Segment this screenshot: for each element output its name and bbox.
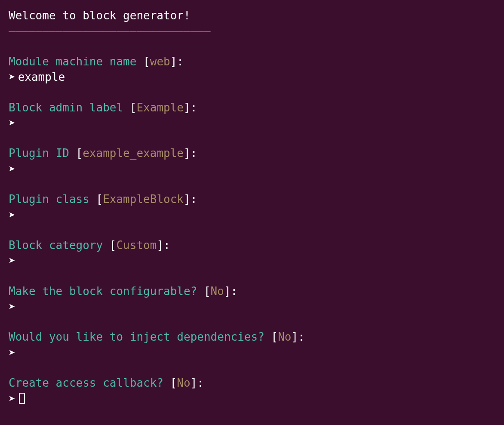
colon: :: [231, 285, 238, 298]
colon: :: [197, 376, 204, 389]
prompt-label: Plugin ID: [9, 147, 69, 160]
bracket-open: [: [143, 55, 150, 68]
bracket-open: [: [96, 193, 103, 206]
colon: :: [163, 239, 170, 252]
default-value: ExampleBlock: [103, 193, 184, 206]
bracket-close: ]: [291, 330, 298, 343]
prompt-block-admin-label: Block admin label [Example]: ➤: [9, 100, 495, 131]
bracket-open: [: [130, 101, 137, 114]
prompt-arrow-icon: ➤: [9, 299, 15, 314]
prompt-question-line: Plugin class [ExampleBlock]:: [9, 191, 495, 207]
bracket-close: ]: [184, 193, 191, 206]
prompt-question-line: Block category [Custom]:: [9, 237, 495, 253]
prompt-question-line: Block admin label [Example]:: [9, 100, 495, 115]
welcome-text: Welcome to block generator!: [9, 9, 191, 22]
prompt-arrow-icon: ➤: [9, 115, 15, 131]
prompt-question-line: Would you like to inject dependencies? […: [9, 329, 495, 345]
default-value: example_example: [83, 147, 184, 160]
bracket-open: [: [271, 330, 278, 343]
bracket-open: [: [204, 285, 211, 298]
default-value: Example: [136, 101, 184, 114]
terminal-cursor: [19, 393, 25, 404]
colon: :: [191, 101, 197, 114]
bracket-open: [: [110, 239, 117, 252]
header-underline: ––––––––––––––––––––––––––––––: [9, 23, 495, 39]
prompt-plugin-class: Plugin class [ExampleBlock]: ➤: [9, 191, 495, 223]
answer-line[interactable]: ➤: [9, 253, 495, 268]
default-value: Custom: [116, 239, 157, 252]
terminal-header: Welcome to block generator!: [9, 8, 495, 23]
prompt-arrow-icon: ➤: [9, 207, 15, 223]
bracket-close: ]: [184, 147, 191, 160]
prompt-question-line: Plugin ID [example_example]:: [9, 145, 495, 161]
answer-line[interactable]: ➤: [9, 161, 495, 177]
prompt-arrow-icon: ➤: [9, 253, 15, 268]
prompt-label: Plugin class: [9, 193, 89, 206]
colon: :: [191, 193, 197, 206]
prompt-block-category: Block category [Custom]: ➤: [9, 237, 495, 269]
default-value: No: [177, 376, 190, 389]
prompt-label: Block category: [9, 239, 103, 252]
default-value: No: [211, 285, 224, 298]
prompt-question-line: Make the block configurable? [No]:: [9, 283, 495, 299]
prompt-configurable: Make the block configurable? [No]: ➤: [9, 283, 495, 315]
prompt-question-line: Module machine name [web]:: [9, 54, 495, 69]
prompt-arrow-icon: ➤: [9, 345, 15, 360]
prompt-inject-dependencies: Would you like to inject dependencies? […: [9, 329, 495, 360]
prompt-access-callback: Create access callback? [No]: ➤: [9, 375, 495, 407]
prompt-module-machine-name: Module machine name [web]: ➤example: [9, 54, 495, 85]
answer-line[interactable]: ➤: [9, 299, 495, 314]
prompt-arrow-icon: ➤: [9, 161, 15, 177]
prompt-arrow-icon: ➤: [9, 391, 15, 407]
prompt-label: Would you like to inject dependencies?: [9, 330, 264, 343]
prompt-label: Block admin label: [9, 101, 123, 114]
prompt-label: Module machine name: [9, 55, 136, 68]
prompt-arrow-icon: ➤: [9, 69, 15, 85]
bracket-close: ]: [191, 376, 197, 389]
bracket-close: ]: [157, 239, 163, 252]
answer-line[interactable]: ➤: [9, 391, 495, 407]
answer-line[interactable]: ➤: [9, 207, 495, 223]
colon: :: [191, 147, 197, 160]
bracket-close: ]: [170, 55, 177, 68]
bracket-open: [: [170, 376, 177, 389]
default-value: No: [278, 330, 291, 343]
default-value: web: [150, 55, 170, 68]
prompt-label: Make the block configurable?: [9, 285, 197, 298]
user-input: example: [18, 69, 65, 85]
prompt-plugin-id: Plugin ID [example_example]: ➤: [9, 145, 495, 177]
colon: :: [177, 55, 184, 68]
bracket-open: [: [76, 147, 83, 160]
prompt-question-line: Create access callback? [No]:: [9, 375, 495, 391]
answer-line[interactable]: ➤: [9, 115, 495, 131]
bracket-close: ]: [224, 285, 231, 298]
answer-line[interactable]: ➤example: [9, 69, 495, 85]
prompt-label: Create access callback?: [9, 376, 163, 389]
colon: :: [298, 330, 305, 343]
bracket-close: ]: [184, 101, 191, 114]
answer-line[interactable]: ➤: [9, 345, 495, 360]
